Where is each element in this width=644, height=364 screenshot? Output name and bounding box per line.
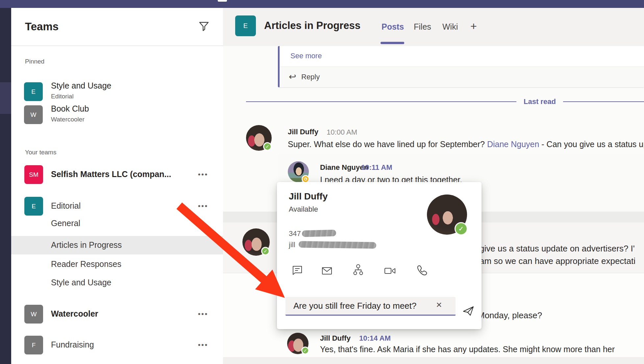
team-name: Editorial <box>51 201 81 211</box>
message-timestamp: 10:11 AM <box>361 163 392 172</box>
message-jill-1000: ✓ Jill Duffy 10:00 AM Super. What else d… <box>223 121 644 155</box>
sidebar-team-editorial[interactable]: E Editorial ••• <box>11 197 223 216</box>
pinned-channel-name: Book Club <box>51 104 89 114</box>
teams-sidebar: Teams Pinned E Style and Usage Editorial… <box>11 8 223 364</box>
more-options-icon[interactable]: ••• <box>198 202 208 210</box>
search-bar-edge <box>218 0 227 2</box>
pinned-team-name: Watercooler <box>51 116 85 123</box>
presence-available-icon: ✓ <box>261 247 270 255</box>
sidebar-team-fundraising[interactable]: F Fundraising ••• <box>11 336 223 354</box>
message-text: Super. What else do we have lined up for… <box>288 140 644 149</box>
mention-diane-nguyen[interactable]: Diane Nguyen <box>487 140 539 149</box>
channel-header: E Articles in Progress Posts Files Wiki … <box>223 8 644 46</box>
audio-call-icon[interactable] <box>415 264 427 276</box>
sidebar-divider <box>11 45 223 46</box>
message-timestamp: 10:14 AM <box>359 334 391 343</box>
app-rail[interactable] <box>0 8 11 364</box>
sidebar-title: Teams <box>25 20 59 33</box>
tab-files[interactable]: Files <box>414 22 431 32</box>
add-tab-button[interactable]: + <box>470 20 477 33</box>
sidebar-channel-reader-responses[interactable]: Reader Responses <box>51 259 121 269</box>
profile-card-jill-duffy: Jill Duffy Available ✓ 347 jill <box>277 182 482 329</box>
team-avatar: E <box>24 197 43 216</box>
app-rail-active-segment[interactable] <box>0 82 11 114</box>
team-name: Watercooler <box>51 309 98 319</box>
presence-available-icon: ✓ <box>263 142 272 151</box>
reply-row[interactable]: ↩ Reply <box>280 67 644 87</box>
sidebar-channel-general[interactable]: General <box>51 219 80 228</box>
pinned-item-style-and-usage[interactable]: E Style and Usage Editorial <box>11 82 223 101</box>
reply-label: Reply <box>301 73 320 81</box>
pinned-channel-name: Style and Usage <box>51 81 111 91</box>
team-avatar: W <box>24 105 43 124</box>
filter-button[interactable] <box>197 20 211 33</box>
last-read-line-left <box>246 101 516 102</box>
org-chart-icon[interactable] <box>352 264 364 275</box>
last-read-label: Last read <box>524 97 556 106</box>
profile-phone-prefix: 347 <box>289 229 301 238</box>
pinned-item-book-club[interactable]: W Book Club Watercooler <box>11 105 223 124</box>
team-name: Selfish Matters LLC (compan... <box>51 169 171 179</box>
message-text-part: - Can you give us a status update on adv… <box>539 140 644 149</box>
email-icon[interactable] <box>321 265 333 277</box>
profile-email-prefix: jill <box>289 241 295 249</box>
message-text-fragment: give us a status update on advertisers? … <box>480 244 635 254</box>
tab-posts[interactable]: Posts <box>382 22 404 32</box>
team-name: Fundraising <box>51 340 94 350</box>
more-options-icon[interactable]: ••• <box>198 170 208 178</box>
last-read-line-right <box>563 101 644 102</box>
sidebar-channel-articles-in-progress[interactable]: Articles in Progress <box>51 240 122 250</box>
presence-available-icon: ✓ <box>301 347 309 354</box>
team-avatar: E <box>24 82 43 101</box>
presence-available-icon: ✓ <box>455 222 468 235</box>
profile-status: Available <box>289 205 318 214</box>
pinned-team-name: Editorial <box>51 93 74 100</box>
team-avatar: SM <box>24 165 43 184</box>
panel-bottom-strip <box>223 357 644 364</box>
profile-name: Jill Duffy <box>289 191 328 202</box>
sidebar-team-watercooler[interactable]: W Watercooler ••• <box>11 305 223 324</box>
team-avatar: W <box>24 305 43 324</box>
sidebar-team-selfish-matters[interactable]: SM Selfish Matters LLC (compan... ••• <box>11 165 223 184</box>
send-icon[interactable] <box>462 304 475 318</box>
message-timestamp: 10:00 AM <box>327 128 357 137</box>
message-text: Yes, that's fine. Ask Maria if she has a… <box>320 345 644 354</box>
message-text-part: Super. What else do we have lined up for… <box>288 140 487 149</box>
message-text-fragment: Monday, please? <box>478 310 542 321</box>
message-author[interactable]: Jill Duffy <box>288 128 318 136</box>
channel-title: Articles in Progress <box>264 20 360 32</box>
email-redaction <box>299 241 376 248</box>
quick-message-input[interactable] <box>285 297 456 316</box>
your-teams-label: Your teams <box>25 149 56 156</box>
app-title-bar <box>0 0 644 8</box>
channel-team-avatar: E <box>235 15 256 36</box>
reply-arrow-icon: ↩ <box>289 71 296 82</box>
more-options-icon[interactable]: ••• <box>198 341 208 349</box>
sidebar-channel-style-and-usage[interactable]: Style and Usage <box>51 278 111 287</box>
pinned-label: Pinned <box>25 58 44 65</box>
active-tab-underline <box>381 42 404 44</box>
funnel-icon <box>197 20 211 33</box>
message-author[interactable]: Jill Duffy <box>320 334 351 343</box>
more-options-icon[interactable]: ••• <box>198 310 208 318</box>
close-icon[interactable]: × <box>436 299 442 310</box>
video-call-icon[interactable] <box>384 265 395 277</box>
chat-icon[interactable] <box>291 264 303 276</box>
team-avatar: F <box>24 336 43 354</box>
phone-redaction <box>302 230 336 237</box>
tab-wiki[interactable]: Wiki <box>442 22 458 32</box>
teams-app-window: Teams Pinned E Style and Usage Editorial… <box>0 0 644 364</box>
message-text-fragment: am so we can have appropriate expectati <box>480 256 635 266</box>
collapsed-thread-card: See more ↩ Reply <box>278 46 644 87</box>
see-more-link[interactable]: See more <box>290 52 322 60</box>
